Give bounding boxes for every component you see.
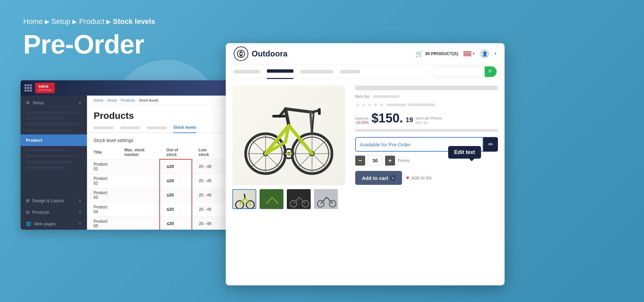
products-icon: ⊟	[26, 210, 30, 215]
layout-icon: ⊞	[26, 198, 30, 203]
admin-tab-stocklevels[interactable]: Stock levels	[173, 122, 196, 133]
nav-tab-1[interactable]	[234, 64, 260, 79]
table-row: Product 01 ≤20 20 - 49 > 49	[87, 159, 248, 174]
cart-count: 30 PRODUCT(S)	[425, 51, 458, 56]
sidebar-item-design[interactable]: ⊞ Design & Layout ▼	[21, 195, 87, 206]
add-to-list-button[interactable]: ♥ Add to list	[406, 175, 432, 181]
shop-logo: Outdoora	[234, 46, 287, 61]
thumb-bike-2	[260, 190, 283, 209]
sidebar-item-products[interactable]: ⊟ Products ▼	[21, 206, 87, 218]
flag-chevron: ▾	[473, 51, 475, 56]
td-out-of-stock: ≤20	[160, 159, 192, 174]
edit-text-tooltip: Edit text	[448, 146, 481, 159]
nav-placeholder-1	[234, 70, 260, 73]
hero-title: Pre-Order	[23, 29, 144, 60]
shop-nav: 🔍	[226, 64, 505, 79]
thumbnail-1[interactable]	[232, 189, 256, 209]
thumbnail-4[interactable]	[314, 189, 338, 209]
stars-row: ★ ★ ★ ★ ★	[355, 102, 498, 108]
search-button[interactable]: 🔍	[485, 66, 497, 77]
bc-setup[interactable]: Setup	[107, 98, 117, 102]
search-input[interactable]	[432, 66, 485, 77]
sidebar-item-setup[interactable]: ⚙ Setup ▲	[21, 97, 87, 109]
thumbnail-3[interactable]	[287, 189, 311, 209]
td-out-of-stock: ≤20	[160, 216, 192, 230]
td-title: Product 04	[87, 202, 118, 216]
sidebar-placeholder-1	[26, 111, 79, 114]
thumbnail-2[interactable]	[260, 189, 283, 209]
chevron-down-icon-products: ▼	[78, 210, 82, 214]
quantity-plus-button[interactable]: +	[385, 156, 395, 166]
quantity-unit: Pieces	[398, 158, 410, 163]
shop-header: Outdoora 🛒 30 PRODUCT(S) ▾ 👤 ▾	[226, 43, 505, 64]
svg-line-10	[266, 154, 280, 168]
cart-info[interactable]: 🛒 30 PRODUCT(S)	[416, 50, 458, 57]
svg-rect-31	[272, 115, 285, 117]
td-max	[118, 188, 160, 202]
th-out-of-stock: Out of stock	[160, 146, 192, 159]
svg-line-21	[312, 154, 326, 168]
td-low-stock: 20 - 49	[192, 202, 221, 216]
price-main: $150.	[371, 112, 403, 124]
td-out-of-stock: ≤20	[160, 188, 192, 202]
price-col: $166.55 -10.00%	[355, 116, 369, 124]
item-no-row: Item No.	[355, 94, 498, 99]
sidebar-placeholder-6	[26, 155, 79, 157]
product-info-section: Item No. ★ ★ ★ ★ ★ $166.55 -10.00% $150.	[352, 79, 505, 285]
admin-logo: sana advanced	[35, 83, 55, 93]
edit-text-label: Edit text	[454, 149, 475, 155]
nav-tab-3[interactable]	[300, 64, 333, 79]
excl-tax: excl. tax	[416, 121, 442, 124]
breadcrumb-home[interactable]: Home	[23, 17, 43, 26]
breadcrumb-setup[interactable]: Setup	[51, 17, 71, 26]
price-old: $166.55	[355, 116, 369, 120]
cart-icon: 🛒	[416, 50, 423, 57]
cart-btn-arrow: ›	[390, 175, 395, 181]
svg-line-41	[240, 198, 245, 205]
star-5: ★	[379, 102, 384, 108]
admin-tab-2[interactable]	[120, 122, 140, 133]
svg-rect-33	[318, 108, 321, 115]
sidebar-item-product[interactable]: Product	[21, 134, 87, 146]
sidebar-item-webpages[interactable]: 🌐 Web pages ▼	[21, 218, 87, 230]
svg-line-23	[298, 154, 312, 168]
add-to-cart-button[interactable]: Add to cart ›	[355, 171, 402, 185]
item-no-label: Item No.	[355, 94, 370, 99]
nav-tab-active[interactable]	[267, 64, 293, 79]
item-no-placeholder	[373, 95, 399, 98]
bc-products[interactable]: Products	[121, 98, 135, 102]
table-row: Product 04 ≤20 20 - 49 > 49	[87, 202, 248, 216]
admin-tab-1[interactable]	[94, 122, 114, 133]
breadcrumb-current: Stock levels	[113, 17, 155, 26]
sidebar-placeholder-8	[26, 167, 66, 169]
td-low-stock: 20 - 49	[192, 216, 221, 230]
td-max	[118, 202, 160, 216]
breadcrumb-product[interactable]: Product	[79, 17, 104, 26]
bc-home[interactable]: Home	[94, 98, 103, 102]
bc-current: Stock levels	[139, 98, 159, 102]
admin-tab-3[interactable]	[147, 122, 167, 133]
quantity-minus-button[interactable]: −	[355, 156, 365, 166]
td-max	[118, 174, 160, 188]
td-out-of-stock: ≤20	[160, 174, 192, 188]
td-title: Product 01	[87, 159, 118, 174]
nav-tab-4[interactable]	[340, 64, 360, 79]
grid-icon[interactable]	[25, 84, 32, 92]
price-discount: -10.00%	[355, 120, 369, 124]
price-placeholder	[355, 129, 498, 132]
bike-illustration	[239, 92, 339, 179]
sidebar-products-label: Products	[32, 210, 49, 215]
thumb-bike-3	[287, 190, 311, 209]
chevron-down-icon-pages: ▼	[78, 222, 82, 226]
flag-wrapper[interactable]: ▾	[463, 51, 475, 56]
preorder-edit-button[interactable]: ✏	[483, 137, 498, 152]
admin-tab-stocklevels-label: Stock levels	[173, 125, 196, 130]
admin-layout: ⚙ Setup ▲ Product	[21, 96, 248, 230]
logo-main: sana	[39, 84, 51, 89]
bc-arrow-1: ›	[105, 98, 106, 102]
price-decimal: 19	[406, 115, 413, 124]
admin-sidebar: ⚙ Setup ▲ Product	[21, 96, 87, 230]
admin-content: Home › Setup › Products › Stock levels P…	[87, 96, 248, 230]
shop-user-icon[interactable]: 👤	[480, 49, 489, 58]
quantity-value: 30	[368, 156, 382, 166]
